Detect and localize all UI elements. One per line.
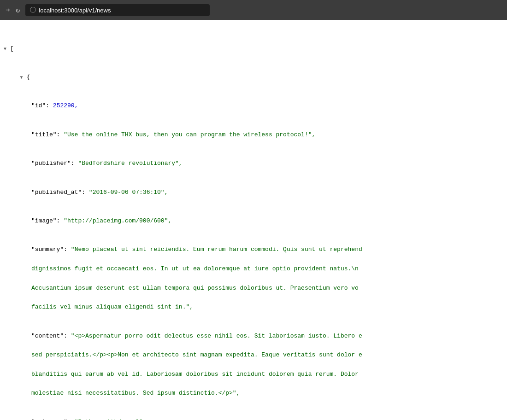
item1-open: ▼{ xyxy=(0,73,507,82)
info-icon: ⓘ xyxy=(30,6,36,14)
field-content1-line4: molestiae nisi necessitatibus. Sed ipsum… xyxy=(0,389,507,398)
field-summary1-line4: facilis vel minus aliquam eligendi sint … xyxy=(0,303,507,312)
field-published-at1: "published_at": "2016-09-06 07:36:10", xyxy=(0,188,507,198)
browser-toolbar: ➜ ↻ ⓘ localhost:3000/api/v1/news xyxy=(0,0,507,20)
back-button[interactable]: ➜ xyxy=(6,6,10,15)
field-title1: "title": "Use the online THX bus, then y… xyxy=(0,130,507,140)
url-text: localhost:3000/api/v1/news xyxy=(39,7,111,14)
address-bar[interactable]: ⓘ localhost:3000/api/v1/news xyxy=(25,4,210,16)
field-publisher1: "publisher": "Bedfordshire revolutionary… xyxy=(0,159,507,169)
json-output: ▼[ ▼{ "id": 252290, "title": "Use the on… xyxy=(0,20,507,420)
field-content1-line3: blanditiis qui earum ab vel id. Laborios… xyxy=(0,370,507,379)
reload-button[interactable]: ↻ xyxy=(16,6,20,15)
field-content1-line1: "content": "<p>Aspernatur porro odit del… xyxy=(0,332,507,341)
field-content1-line2: sed perspiciatis.</p><p>Non et architect… xyxy=(0,350,507,360)
root-array-open: ▼[ xyxy=(0,44,507,54)
field-image1: "image": "http://placeimg.com/900/600", xyxy=(0,216,507,226)
field-category1: "category": "Rubber withdrawal" xyxy=(0,418,507,420)
field-summary1-line3: Accusantium ipsum deserunt est ullam tem… xyxy=(0,284,507,293)
collapse-root[interactable]: ▼ xyxy=(4,46,9,53)
collapse-item1[interactable]: ▼ xyxy=(20,74,26,82)
field-summary1-line1: "summary": "Nemo placeat ut sint reicien… xyxy=(0,245,507,255)
field-summary1-line2: dignissimos fugit et occaecati eos. In u… xyxy=(0,264,507,274)
field-id1: "id": 252290, xyxy=(0,101,507,111)
